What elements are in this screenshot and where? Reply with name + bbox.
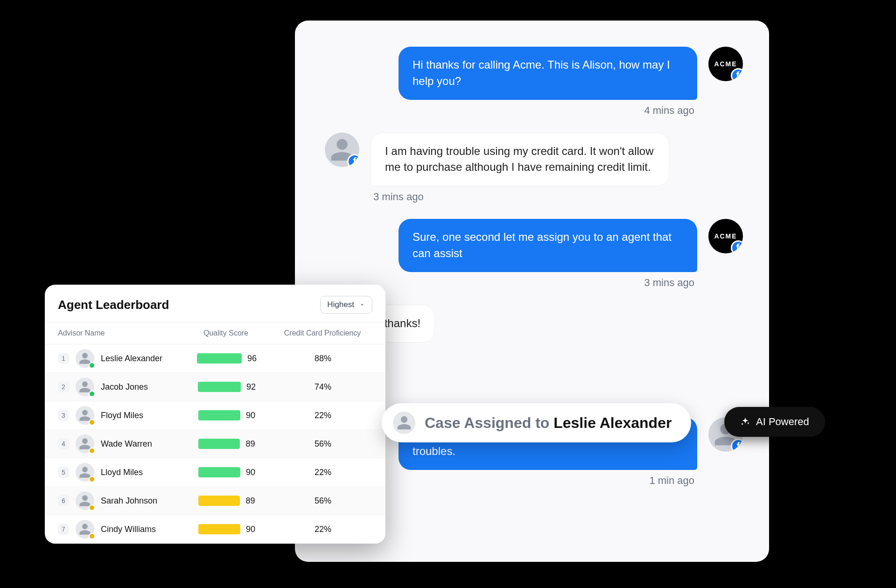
chat-timestamp: s ago: [325, 347, 743, 359]
acme-logo-text: ACME: [714, 232, 737, 240]
chat-timestamp: 3 mins ago: [325, 191, 743, 203]
agent-name: Sarah Johnson: [101, 496, 180, 506]
leaderboard-row[interactable]: 4 Wade Warren 89 56%: [45, 430, 385, 458]
chat-bubble: I am having trouble using my credit card…: [371, 133, 669, 187]
case-assigned-text: Case Assigned to Leslie Alexander: [425, 414, 672, 432]
agent-avatar: [76, 434, 94, 453]
quality-score-cell: 89: [180, 439, 273, 449]
quality-score-cell: 92: [180, 382, 273, 392]
leaderboard-row[interactable]: 5 Lloyd Miles 90 22%: [45, 458, 385, 487]
status-dot-icon: [89, 362, 95, 369]
proficiency-value: 56%: [273, 439, 372, 449]
status-dot-icon: [89, 448, 95, 454]
proficiency-value: 22%: [273, 468, 372, 477]
quality-score-cell: 90: [180, 524, 273, 534]
leaderboard-column-headers: Advisor Name Quality Score Credit Card P…: [45, 322, 385, 344]
score-bar: [198, 439, 240, 449]
score-bar: [198, 496, 240, 506]
rank-badge: 4: [58, 438, 69, 449]
ai-powered-badge: AI Powered: [724, 407, 825, 437]
status-dot-icon: [89, 391, 95, 397]
agent-name: Wade Warren: [101, 439, 180, 449]
chat-message: f I am having trouble using my credit ca…: [325, 133, 743, 187]
score-value: 89: [245, 439, 255, 449]
case-assigned-name: Leslie Alexander: [553, 414, 672, 431]
avatar-assigned-agent: [393, 412, 415, 434]
avatar-customer: f: [325, 133, 359, 167]
acme-logo-text: ACME: [714, 60, 737, 68]
agent-avatar: [76, 406, 94, 425]
leaderboard-title: Agent Leaderboard: [58, 298, 169, 312]
proficiency-value: 56%: [273, 496, 372, 506]
agent-avatar: [76, 520, 94, 539]
ai-powered-label: AI Powered: [756, 416, 809, 428]
score-value: 90: [246, 468, 255, 477]
avatar-acme: ACME f: [708, 47, 743, 81]
quality-score-cell: 89: [180, 496, 273, 506]
rank-badge: 6: [58, 495, 69, 506]
chat-bubble: Hi thanks for calling Acme. This is Alis…: [399, 47, 697, 100]
chat-timestamp: 3 mins ago: [325, 277, 743, 289]
leaderboard-row[interactable]: 3 Floyd Miles 90 22%: [45, 401, 385, 430]
agent-name: Lloyd Miles: [101, 468, 180, 477]
agent-name: Floyd Miles: [101, 411, 180, 420]
col-header-proficiency: Credit Card Proficiency: [273, 329, 372, 337]
proficiency-value: 22%: [273, 411, 372, 420]
chat-message: Sure, one second let me assign you to an…: [325, 219, 743, 272]
score-bar: [197, 353, 242, 364]
agent-name: Jacob Jones: [101, 382, 180, 392]
status-dot-icon: [89, 533, 95, 539]
leaderboard-row[interactable]: 2 Jacob Jones 92 74%: [45, 373, 385, 401]
leaderboard-row[interactable]: 6 Sarah Johnson 89 56%: [45, 487, 385, 515]
quality-score-cell: 90: [180, 467, 273, 477]
agent-name: Leslie Alexander: [101, 354, 180, 364]
agent-avatar: [76, 491, 94, 510]
rank-badge: 7: [58, 524, 69, 535]
quality-score-cell: 96: [180, 353, 273, 364]
chat-timestamp: 4 mins ago: [325, 105, 743, 117]
rank-badge: 5: [58, 467, 69, 478]
sparkle-icon: [740, 417, 750, 427]
avatar-acme: ACME f: [708, 219, 743, 253]
rank-badge: 3: [58, 410, 69, 421]
status-dot-icon: [89, 504, 95, 511]
col-header-name: Advisor Name: [58, 329, 179, 337]
rank-badge: 1: [58, 353, 69, 364]
agent-avatar: [76, 378, 94, 396]
facebook-badge-icon: f: [731, 68, 743, 81]
status-dot-icon: [89, 419, 95, 426]
leaderboard-row[interactable]: 7 Cindy Williams 90 22%: [45, 515, 385, 544]
agent-name: Cindy Williams: [101, 525, 180, 534]
leaderboard-row[interactable]: 1 Leslie Alexander 96 88%: [45, 344, 385, 373]
chevron-down-icon: [359, 301, 365, 308]
chat-timestamp: 1 min ago: [325, 475, 743, 487]
score-value: 90: [246, 411, 255, 420]
chat-message: Hi thanks for calling Acme. This is Alis…: [325, 47, 743, 100]
col-header-score: Quality Score: [179, 329, 273, 337]
facebook-badge-icon: f: [347, 154, 359, 167]
score-value: 90: [246, 525, 255, 534]
sort-dropdown[interactable]: Highest: [320, 296, 372, 314]
score-bar: [198, 382, 241, 392]
score-value: 96: [247, 354, 257, 364]
score-bar: [198, 467, 240, 477]
score-value: 89: [245, 496, 255, 506]
case-assigned-prefix: Case Assigned to: [425, 414, 553, 431]
agent-avatar: [76, 463, 94, 482]
sort-dropdown-label: Highest: [327, 300, 354, 309]
score-bar: [198, 524, 240, 534]
case-assigned-banner: Case Assigned to Leslie Alexander: [382, 403, 691, 442]
chat-bubble: Sure, one second let me assign you to an…: [399, 219, 697, 272]
facebook-badge-icon: f: [731, 240, 743, 253]
agent-leaderboard-panel: Agent Leaderboard Highest Advisor Name Q…: [45, 285, 385, 544]
agent-avatar: [76, 349, 94, 368]
proficiency-value: 22%: [273, 525, 372, 534]
quality-score-cell: 90: [180, 410, 273, 420]
proficiency-value: 74%: [273, 382, 372, 392]
proficiency-value: 88%: [273, 354, 372, 364]
score-bar: [198, 410, 240, 420]
leaderboard-body: 1 Leslie Alexander 96 88% 2 Jacob Jones …: [45, 344, 385, 544]
score-value: 92: [246, 382, 256, 392]
rank-badge: 2: [58, 381, 69, 392]
facebook-badge-icon: f: [731, 439, 743, 452]
